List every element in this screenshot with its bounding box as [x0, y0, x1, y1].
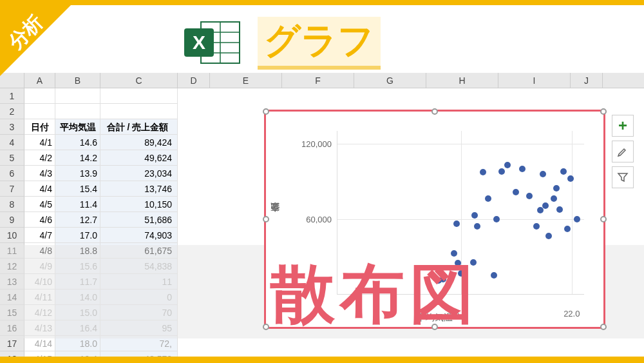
- col-header-I[interactable]: I: [498, 73, 571, 88]
- col-header-E[interactable]: E: [210, 73, 282, 88]
- cell[interactable]: 17.0: [55, 228, 100, 243]
- scatter-point: [474, 223, 480, 230]
- cell[interactable]: 4/2: [24, 150, 55, 166]
- cell[interactable]: 10,150: [100, 197, 178, 212]
- cells-grid[interactable]: 日付 平均気温 合計 / 売上金額 4/114.689,424 4/214.24…: [24, 88, 178, 363]
- cell[interactable]: 49,624: [100, 150, 178, 166]
- chart-elements-button[interactable]: +: [612, 115, 634, 137]
- cell[interactable]: 4/13: [24, 320, 55, 336]
- scatter-point: [574, 216, 580, 222]
- y-tick: 120,000: [301, 139, 332, 149]
- cell[interactable]: 61,675: [100, 243, 178, 259]
- col-header-G[interactable]: G: [354, 73, 426, 88]
- col-header-C[interactable]: C: [100, 73, 178, 88]
- header: 分析 X グラフ: [0, 5, 644, 73]
- cell[interactable]: 11.7: [55, 274, 100, 289]
- cell[interactable]: 4/10: [24, 274, 55, 289]
- col-header-D[interactable]: D: [178, 73, 210, 88]
- row-header[interactable]: 5: [0, 150, 24, 166]
- cell[interactable]: 4/7: [24, 228, 55, 243]
- row-header[interactable]: 16: [0, 320, 24, 336]
- cell[interactable]: 15.0: [55, 305, 100, 320]
- cell[interactable]: 18.0: [55, 336, 100, 351]
- row-header[interactable]: 15: [0, 305, 24, 320]
- row-header[interactable]: 14: [0, 289, 24, 305]
- cell[interactable]: 4/8: [24, 243, 55, 259]
- row-header[interactable]: 10: [0, 228, 24, 243]
- resize-handle[interactable]: [263, 216, 269, 222]
- cell[interactable]: 14.6: [55, 135, 100, 150]
- cell[interactable]: 4/11: [24, 289, 55, 305]
- row-header[interactable]: 6: [0, 166, 24, 181]
- cell[interactable]: 4/5: [24, 197, 55, 212]
- cell[interactable]: 72,: [100, 336, 178, 351]
- overlay-scatter-title: 散布図: [270, 251, 479, 338]
- chart-styles-button[interactable]: [612, 141, 634, 162]
- row-header[interactable]: 7: [0, 181, 24, 197]
- y-tick: 60,000: [306, 215, 332, 224]
- cell[interactable]: 11.4: [55, 197, 100, 212]
- cell[interactable]: 95: [100, 320, 178, 336]
- col-header-J[interactable]: J: [571, 73, 603, 88]
- col-header-H[interactable]: H: [426, 73, 498, 88]
- cell[interactable]: 4/14: [24, 336, 55, 351]
- cell[interactable]: 13.9: [55, 166, 100, 181]
- row-header[interactable]: 4: [0, 135, 24, 150]
- scatter-point: [485, 195, 491, 202]
- scatter-point: [480, 169, 486, 175]
- resize-handle[interactable]: [600, 108, 607, 115]
- excel-icon: X: [180, 17, 245, 68]
- row-header[interactable]: 1: [0, 88, 24, 104]
- header-sum[interactable]: 合計 / 売上金額: [100, 119, 178, 135]
- row-header[interactable]: 13: [0, 274, 24, 289]
- cell[interactable]: 70: [100, 305, 178, 320]
- cell[interactable]: 18.8: [55, 243, 100, 259]
- row-header[interactable]: 2: [0, 104, 24, 119]
- cell[interactable]: 16.4: [55, 320, 100, 336]
- resize-handle[interactable]: [263, 108, 269, 115]
- resize-handle[interactable]: [600, 324, 607, 330]
- bottom-accent-bar: [0, 357, 644, 363]
- resize-handle[interactable]: [431, 108, 438, 115]
- scatter-point: [564, 226, 571, 232]
- scatter-point: [560, 168, 567, 175]
- scatter-point: [504, 162, 511, 168]
- scatter-point: [533, 223, 540, 230]
- cell[interactable]: 89,424: [100, 135, 178, 150]
- cell[interactable]: 15.4: [55, 181, 100, 197]
- cell[interactable]: 4/9: [24, 259, 55, 274]
- chart-filter-button[interactable]: [612, 166, 634, 188]
- cell[interactable]: 0: [100, 289, 178, 305]
- svg-text:X: X: [193, 32, 205, 53]
- cell[interactable]: 23,034: [100, 166, 178, 181]
- row-header[interactable]: 8: [0, 197, 24, 212]
- resize-handle[interactable]: [263, 324, 269, 330]
- cell[interactable]: 4/4: [24, 181, 55, 197]
- cell[interactable]: 14.0: [55, 289, 100, 305]
- cell[interactable]: 11: [100, 274, 178, 289]
- row-header[interactable]: 17: [0, 336, 24, 351]
- scatter-point: [493, 216, 500, 222]
- row-header[interactable]: 3: [0, 119, 24, 135]
- header-temp[interactable]: 平均気温: [55, 119, 100, 135]
- scatter-point: [545, 233, 552, 239]
- cell[interactable]: 4/6: [24, 212, 55, 228]
- cell[interactable]: 4/12: [24, 305, 55, 320]
- cell[interactable]: 4/3: [24, 166, 55, 181]
- row-header[interactable]: 11: [0, 243, 24, 259]
- header-date[interactable]: 日付: [24, 119, 55, 135]
- cell[interactable]: 51,686: [100, 212, 178, 228]
- cell[interactable]: 4/1: [24, 135, 55, 150]
- cell[interactable]: 15.6: [55, 259, 100, 274]
- cell[interactable]: 14.2: [55, 150, 100, 166]
- row-header[interactable]: 9: [0, 212, 24, 228]
- cell[interactable]: 74,903: [100, 228, 178, 243]
- row-header[interactable]: 12: [0, 259, 24, 274]
- cell[interactable]: 54,838: [100, 259, 178, 274]
- col-header-F[interactable]: F: [282, 73, 354, 88]
- scatter-point: [551, 195, 557, 202]
- resize-handle[interactable]: [600, 216, 607, 222]
- scatter-point: [567, 175, 574, 182]
- cell[interactable]: 13,746: [100, 181, 178, 197]
- cell[interactable]: 12.7: [55, 212, 100, 228]
